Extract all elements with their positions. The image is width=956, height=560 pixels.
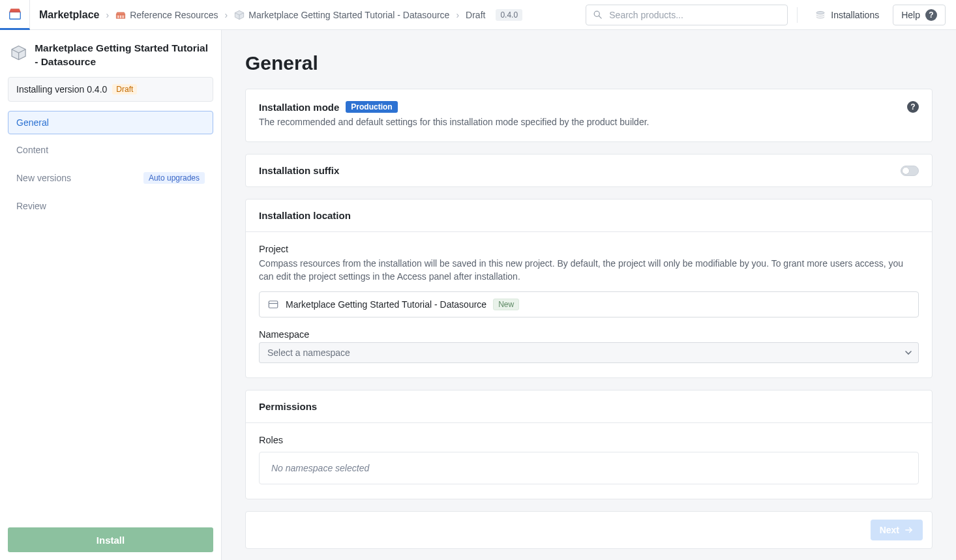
chevron-right-icon: › (106, 10, 110, 20)
project-desc: Compass resources from the installation … (259, 257, 919, 284)
installation-mode-title: Installation mode (259, 102, 339, 113)
app-logo[interactable] (0, 0, 30, 30)
svg-rect-2 (120, 15, 121, 18)
sidebar-installing-text: Installing version 0.4.0 (16, 84, 107, 95)
project-label: Project (259, 244, 919, 254)
installations-button[interactable]: Installations (807, 5, 888, 25)
search-input[interactable] (608, 9, 781, 21)
breadcrumbs: Marketplace › Reference Resources › Mark… (30, 9, 586, 21)
nav-item-label: Review (16, 201, 46, 211)
sidebar-title: Marketplace Getting Started Tutorial - D… (35, 42, 211, 69)
nav-item-label: New versions (16, 173, 71, 183)
footer-bar: Next (245, 511, 933, 549)
layers-icon (815, 10, 826, 20)
roles-label: Roles (259, 435, 919, 445)
help-button[interactable]: Help ? (893, 5, 946, 25)
nav-item-general[interactable]: General (8, 111, 213, 134)
breadcrumb-root[interactable]: Marketplace (39, 9, 100, 21)
svg-rect-3 (123, 15, 124, 18)
main-content: General Installation mode Production The… (222, 30, 956, 560)
sidebar-header: Marketplace Getting Started Tutorial - D… (8, 39, 213, 77)
help-icon[interactable]: ? (907, 101, 919, 113)
breadcrumb-version: 0.4.0 (496, 9, 522, 21)
svg-point-6 (816, 11, 824, 14)
package-icon (10, 42, 27, 64)
installation-suffix-title: Installation suffix (259, 165, 339, 176)
draft-badge: Draft (112, 84, 137, 95)
marketplace-logo-icon (8, 7, 22, 21)
svg-line-5 (599, 16, 602, 19)
package-icon (234, 10, 245, 20)
card-installation-mode: Installation mode Production The recomme… (245, 89, 933, 142)
installation-mode-desc: The recommended and default settings for… (259, 117, 649, 127)
roles-empty-state: No namespace selected (259, 452, 919, 484)
svg-rect-0 (9, 12, 20, 19)
production-badge: Production (346, 101, 397, 113)
namespace-select[interactable]: Select a namespace (259, 342, 919, 363)
caret-down-icon (905, 349, 912, 356)
breadcrumb-stage[interactable]: Draft (466, 10, 485, 20)
sidebar-nav: General Content New versions Auto upgrad… (8, 111, 213, 218)
new-tag: New (493, 299, 519, 310)
project-field[interactable]: Marketplace Getting Started Tutorial - D… (259, 291, 919, 317)
nav-item-review[interactable]: Review (8, 194, 213, 218)
nav-item-label: General (16, 117, 49, 128)
arrow-right-icon (904, 525, 914, 535)
installation-location-title: Installation location (259, 210, 351, 221)
help-icon: ? (925, 9, 937, 21)
next-button[interactable]: Next (871, 520, 923, 540)
svg-rect-7 (269, 301, 278, 308)
search-icon (593, 10, 603, 20)
breadcrumb-reference[interactable]: Reference Resources (115, 10, 218, 20)
nav-item-label: Content (16, 145, 48, 155)
nav-item-new-versions[interactable]: New versions Auto upgrades (8, 166, 213, 190)
permissions-title: Permissions (259, 401, 317, 412)
project-icon (267, 299, 279, 310)
search-field[interactable] (586, 5, 788, 25)
namespace-placeholder: Select a namespace (267, 347, 350, 358)
breadcrumb-reference-label: Reference Resources (130, 10, 218, 20)
next-label: Next (880, 525, 899, 535)
divider (797, 7, 798, 23)
svg-rect-1 (118, 15, 119, 18)
help-label: Help (901, 10, 920, 20)
nav-item-content[interactable]: Content (8, 138, 213, 162)
installations-label: Installations (831, 10, 879, 20)
sidebar: Marketplace Getting Started Tutorial - D… (0, 30, 222, 560)
card-permissions: Permissions Roles No namespace selected (245, 390, 933, 499)
namespace-label: Namespace (259, 329, 919, 340)
chevron-right-icon: › (225, 10, 228, 20)
sidebar-version-banner: Installing version 0.4.0 Draft (8, 77, 213, 102)
project-name: Marketplace Getting Started Tutorial - D… (286, 299, 486, 310)
auto-upgrades-chip: Auto upgrades (143, 172, 205, 184)
install-button[interactable]: Install (8, 527, 213, 552)
app-header: Marketplace › Reference Resources › Mark… (0, 0, 956, 30)
breadcrumb-product-label: Marketplace Getting Started Tutorial - D… (248, 10, 449, 20)
installation-suffix-toggle[interactable] (901, 166, 919, 176)
card-installation-location: Installation location Project Compass re… (245, 199, 933, 378)
building-icon (115, 10, 126, 20)
card-installation-suffix: Installation suffix (245, 154, 933, 187)
page-title: General (245, 52, 933, 74)
chevron-right-icon: › (456, 10, 459, 20)
breadcrumb-product[interactable]: Marketplace Getting Started Tutorial - D… (234, 10, 449, 20)
